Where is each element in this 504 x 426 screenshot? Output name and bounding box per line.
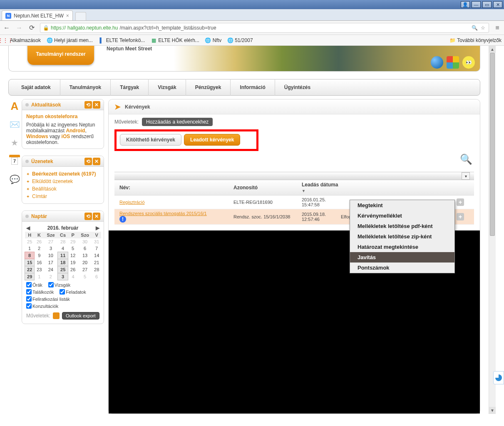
calendar-day[interactable]: 25 (25, 238, 35, 245)
system-tab-active[interactable]: Tanulmányi rendszer (27, 46, 94, 65)
checkbox[interactable] (26, 296, 32, 302)
calendar-day[interactable]: 7 (92, 245, 101, 252)
col-id[interactable]: Azonosító (233, 185, 300, 191)
calendar-day[interactable]: 19 (68, 259, 78, 266)
calendar-day[interactable]: 25 (58, 266, 68, 273)
globe-theme-icon[interactable] (431, 56, 443, 69)
bookmark-star-icon[interactable]: ☆ (479, 25, 486, 31)
ctx-scores[interactable]: Pontszámok (350, 263, 454, 273)
calendar-day[interactable]: 29 (68, 238, 78, 245)
menu-button[interactable]: ≡ (493, 24, 502, 32)
color-theme-icon[interactable] (447, 56, 459, 69)
row-actions-button[interactable]: + (457, 198, 464, 206)
calendar-filter[interactable]: Feladatok (60, 289, 86, 295)
bookmark-item[interactable]: 🌐Helyi járati men... (47, 37, 93, 43)
menu-item[interactable]: Pénzügyek (186, 79, 231, 96)
calendar-day[interactable]: 26 (35, 238, 44, 245)
col-date[interactable]: Leadás dátuma ▼ (302, 182, 339, 193)
calendar-day[interactable]: 27 (78, 266, 92, 273)
calendar-filter[interactable]: Konzultációk (26, 303, 58, 309)
star-icon[interactable]: ★ (9, 137, 20, 148)
page-size-dropdown[interactable]: ▾ (462, 172, 470, 180)
vertical-scrollbar[interactable]: ▲ ▼ (489, 46, 496, 414)
address-bar[interactable]: 🔒 https://hallgato.neptun.elte.hu/main.a… (40, 23, 489, 33)
calendar-day[interactable]: 12 (68, 252, 78, 259)
windows-link[interactable]: Windows (26, 134, 48, 139)
minimize-button[interactable]: — (472, 1, 481, 8)
calendar-day[interactable]: 30 (78, 238, 92, 245)
calendar-day[interactable]: 31 (92, 238, 101, 245)
scroll-thumb[interactable] (490, 53, 495, 236)
menu-item[interactable]: Ügyintézés (275, 79, 320, 96)
collapse-icon[interactable] (25, 103, 29, 106)
apps-button[interactable]: ⋮⋮⋮Alkalmazások (2, 37, 41, 43)
letter-a-icon[interactable]: A (9, 101, 20, 111)
ctx-fix[interactable]: Javítás (350, 252, 454, 263)
tab-close-icon[interactable]: × (66, 13, 69, 19)
reload-button[interactable]: ⟳ (27, 24, 36, 32)
maximize-button[interactable]: ▭ (482, 1, 492, 8)
calendar-day[interactable]: 8 (25, 252, 35, 259)
calendar-filter[interactable]: Órák (26, 282, 42, 287)
calendar-day[interactable]: 2 (44, 273, 57, 280)
outlook-export-button[interactable]: Outlook export (62, 312, 99, 320)
calendar-day[interactable]: 23 (35, 266, 44, 273)
ctx-view[interactable]: Megtekint (350, 200, 454, 211)
back-button[interactable]: ← (2, 24, 11, 32)
col-name[interactable]: Név: (119, 185, 232, 191)
bookmark-item[interactable]: ▦ELTE HÖK elérh... (151, 37, 199, 43)
calendar-day[interactable]: 29 (25, 273, 35, 280)
inbox-link[interactable]: Beérkezett üzenetek (6197) (32, 171, 96, 177)
bookmark-item[interactable]: 🌐51/2007 (227, 37, 253, 43)
request-link[interactable]: Regisztráció (119, 200, 232, 205)
directory-link[interactable]: Címtár (32, 193, 47, 199)
close-icon[interactable]: ✕ (93, 213, 100, 220)
ios-link[interactable]: iOS (62, 134, 70, 139)
checkbox[interactable] (26, 303, 32, 309)
calendar-filter[interactable]: Feliratkozási listák (26, 296, 70, 302)
menu-item[interactable]: Saját adatok (12, 79, 60, 96)
checkbox[interactable] (26, 289, 32, 295)
ctx-download-zip[interactable]: Mellékletek letöltése zip-ként (350, 231, 454, 242)
other-bookmarks[interactable]: 📁További könyvjelzők (449, 37, 502, 43)
calendar-day[interactable]: 9 (35, 252, 44, 259)
refresh-icon[interactable]: ⟲ (84, 101, 92, 109)
calendar-day[interactable]: 6 (92, 273, 101, 280)
calendar-day[interactable]: 28 (58, 238, 68, 245)
accessibility-icon[interactable]: 👀 (462, 56, 475, 69)
calendar-day[interactable]: 4 (58, 245, 68, 252)
calendar-day[interactable]: 22 (25, 266, 35, 273)
menu-item[interactable]: Tárgyak (111, 79, 149, 96)
checkbox[interactable] (60, 289, 65, 295)
menu-item[interactable]: Információ (231, 79, 275, 96)
collapse-icon[interactable] (25, 160, 29, 163)
calendar-day[interactable]: 20 (78, 259, 92, 266)
news-link[interactable]: Neptun okostelefonra (26, 114, 77, 119)
calendar-day[interactable]: 16 (35, 259, 44, 266)
calendar-day[interactable]: 28 (92, 266, 101, 273)
action-icon[interactable] (53, 312, 60, 319)
scroll-down-button[interactable]: ▼ (489, 407, 496, 414)
settings-link[interactable]: Beállítások (32, 186, 57, 192)
refresh-icon[interactable]: ⟲ (84, 158, 92, 165)
ctx-decision[interactable]: Határozat megtekintése (350, 242, 454, 252)
calendar-day[interactable]: 27 (44, 238, 57, 245)
sent-link[interactable]: Elküldött üzenetek (32, 178, 73, 184)
add-favorite-button[interactable]: Hozzáadás a kedvencekhez (142, 118, 213, 126)
calendar-day[interactable]: 14 (92, 252, 101, 259)
calendar-day[interactable]: 10 (44, 252, 57, 259)
ctx-download-pdf[interactable]: Mellékletek letöltése pdf-ként (350, 221, 454, 231)
refresh-icon[interactable]: ⟲ (84, 213, 92, 220)
checkbox[interactable] (48, 282, 54, 287)
calendar-filter[interactable]: Találkozók (26, 289, 54, 295)
calendar-day[interactable]: 13 (78, 252, 92, 259)
close-icon[interactable]: ✕ (93, 101, 100, 109)
row-actions-button[interactable]: + (457, 213, 464, 220)
calendar-day[interactable]: 6 (78, 245, 92, 252)
calendar-day[interactable]: 1 (35, 273, 44, 280)
calendar-day[interactable]: 26 (68, 266, 78, 273)
calendar-day[interactable]: 2 (35, 245, 44, 252)
calendar-day[interactable]: 17 (44, 259, 57, 266)
tab-submitted[interactable]: Leadott kérvények (184, 134, 240, 146)
forward-button[interactable]: → (15, 24, 23, 32)
